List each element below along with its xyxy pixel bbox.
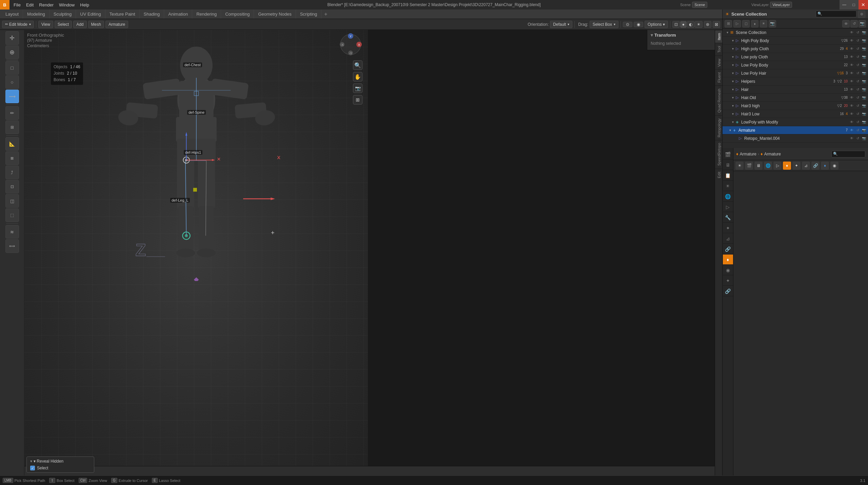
drag-selector[interactable]: Select Box	[590, 21, 618, 28]
menu-mesh[interactable]: Mesh	[88, 21, 104, 28]
item-hair[interactable]: ▾ ▷ Hair 13 👁 ↺ 📷	[723, 86, 868, 94]
prop-icon-physics[interactable]: ⊿	[802, 162, 810, 170]
close-button[interactable]: ✕	[859, 0, 868, 10]
tab-geometry-nodes[interactable]: Geometry Nodes	[254, 10, 296, 19]
properties-search-btn[interactable]: 🔍	[831, 151, 865, 157]
tab-modeling[interactable]: Modeling	[23, 10, 50, 19]
tab-sculpting[interactable]: Sculpting	[50, 10, 76, 19]
prop-icon-output[interactable]: 🖥	[754, 162, 763, 170]
snap-button[interactable]: ⊙	[623, 22, 632, 27]
shading-material[interactable]: ◐	[687, 21, 694, 28]
loop-cut-tool[interactable]: ⬚	[5, 208, 19, 222]
prop-icon-world[interactable]: 🌐	[764, 162, 772, 170]
prop-icon-constraint[interactable]: 🔗	[811, 162, 820, 170]
menu-add[interactable]: Add	[73, 21, 86, 28]
vtab-view[interactable]: View	[715, 56, 722, 70]
operator-title[interactable]: ▾ ▾ Reveal Hidden	[30, 459, 91, 464]
breadcrumb-armature2[interactable]: Armature	[764, 152, 781, 156]
vtab-edit[interactable]: Edit	[715, 169, 722, 181]
menu-edit[interactable]: Edit	[23, 1, 36, 8]
measure-tool[interactable]: 📐	[5, 137, 19, 151]
item-lowpoly-modify[interactable]: ▾ ◈ LowPoly with Modify 👁 ↺ 📷	[723, 118, 868, 126]
prop-tab-scene[interactable]: ☀	[723, 181, 733, 191]
tab-compositing[interactable]: Compositing	[221, 10, 254, 19]
tab-shading[interactable]: Shading	[140, 10, 164, 19]
add-workspace-button[interactable]: +	[321, 10, 330, 19]
transform-tool[interactable]: ⟿	[5, 90, 19, 103]
filter-light[interactable]: ☀	[760, 20, 767, 27]
filter-camera[interactable]: 📷	[769, 20, 776, 27]
item-low-poly-body[interactable]: ▾ ▷ Low Poly Body 22 👁 ↺ 📷	[723, 61, 868, 69]
shading-wireframe[interactable]: ⊡	[672, 21, 680, 28]
tab-texture-paint[interactable]: Texture Paint	[105, 10, 140, 19]
separate-tool[interactable]: ⊞	[5, 120, 19, 134]
menu-select[interactable]: Select	[55, 21, 72, 28]
slide-tool[interactable]: ⟺	[5, 239, 19, 253]
prop-tab-view-layer[interactable]: 📋	[723, 170, 733, 181]
shading-solid[interactable]: ●	[680, 21, 687, 28]
select-box-tool[interactable]: □	[5, 61, 19, 75]
prop-icon-particles[interactable]: ✦	[792, 162, 801, 170]
prop-tab-object-data[interactable]: ♦	[723, 255, 733, 265]
vtab-quad-remesh[interactable]: Quad Remesh	[715, 86, 722, 115]
breadcrumb-armature1[interactable]: Armature	[740, 152, 756, 156]
vtab-speed-retopo[interactable]: SpeedRetopo	[715, 140, 722, 168]
shading-rendered[interactable]: ☀	[695, 21, 703, 28]
menu-help[interactable]: Help	[77, 1, 92, 8]
prop-tab-physics[interactable]: ⊿	[723, 234, 733, 244]
prop-tab-bone-constraints[interactable]: 🔗	[723, 286, 733, 296]
prop-icon-mat[interactable]: ◉	[830, 162, 839, 170]
overlays-button[interactable]: ⊛	[704, 21, 711, 28]
nav-grid[interactable]: ⊞	[353, 95, 362, 105]
maximize-button[interactable]: □	[849, 0, 859, 10]
tab-scripting[interactable]: Scripting	[296, 10, 322, 19]
move-tool[interactable]: ⊕	[5, 45, 19, 59]
prop-tab-object[interactable]: ▷	[723, 202, 733, 212]
extrude-tool[interactable]: ⤴	[5, 166, 19, 179]
item-low-poly-hair[interactable]: ▾ ▷ Low Poly Hair ▽16 3 👁 ↺ 📷	[723, 69, 868, 77]
prop-tab-modifier[interactable]: 🔧	[723, 212, 733, 223]
vis-eye-scoll[interactable]: 👁	[849, 30, 854, 35]
filter-sel-toggle[interactable]: ↺	[850, 20, 858, 27]
viewport-gizmo[interactable]: Y X -Y -X	[339, 33, 362, 56]
prop-tab-material[interactable]: ◉	[723, 265, 733, 275]
filter-vis-toggle[interactable]: 👁	[842, 20, 850, 27]
operator-collapse[interactable]: ▾	[30, 459, 32, 464]
outliner-scene-collection[interactable]: ▾ ⊞ Scene Collection 👁 ↺ 📷	[723, 29, 868, 37]
sel-scoll[interactable]: ↺	[855, 30, 861, 35]
prop-icon-obj[interactable]: ▷	[773, 162, 782, 170]
nav-hand[interactable]: ✋	[353, 72, 362, 81]
cursor-tool[interactable]: ✛	[5, 31, 19, 45]
prop-icon-data[interactable]: ♦	[821, 162, 829, 170]
item-high-poly-body[interactable]: ▾ ▷ High Poly Body ▽26 👁 ↺ 📷	[723, 37, 868, 45]
prop-tab-world[interactable]: 🌐	[723, 191, 733, 202]
item-hair3-high[interactable]: ▾ ▷ Hair3 high ▽2 20 👁 ↺ 📷	[723, 102, 868, 110]
mode-selector[interactable]: ✏ Edit Mode	[2, 21, 34, 28]
menu-view[interactable]: View	[38, 21, 53, 28]
item-helpers[interactable]: ▾ ▷ Helpers 3 ▽2 10 👁 ↺ 📷	[723, 77, 868, 86]
menu-file[interactable]: File	[11, 1, 23, 8]
inset-tool[interactable]: ⊡	[5, 180, 19, 193]
operator-checkbox-select[interactable]: ✓	[30, 466, 35, 470]
outliner-filter[interactable]: ⊛	[858, 11, 865, 18]
scene-selector[interactable]: Scene	[692, 2, 707, 8]
filter-all[interactable]: ⊞	[725, 20, 732, 27]
orientation-selector[interactable]: Default	[550, 21, 572, 28]
item-armature[interactable]: ▾ ♦ Armature 7 👁 ↺ 📷	[723, 126, 868, 134]
menu-render[interactable]: Render	[36, 1, 56, 8]
prop-tab-particles[interactable]: ✦	[723, 223, 733, 233]
outliner-search[interactable]: 🔍	[816, 11, 856, 17]
filter-render-toggle[interactable]: 📷	[859, 20, 866, 27]
prop-tab-output[interactable]: 🖥	[723, 160, 733, 170]
prop-tab-render[interactable]: 🎬	[723, 149, 733, 160]
menu-window[interactable]: Window	[56, 1, 77, 8]
tab-layout[interactable]: Layout	[1, 10, 23, 19]
bevel-tool[interactable]: ◫	[5, 194, 19, 208]
filter-mesh[interactable]: ◻	[742, 20, 750, 27]
prop-icon-render[interactable]: 🎬	[745, 162, 753, 170]
nav-magnify[interactable]: 🔍	[353, 60, 362, 70]
select-circle-tool[interactable]: ○	[5, 75, 19, 89]
vtab-retopology[interactable]: Retopology	[715, 115, 722, 140]
vtab-tool[interactable]: Tool	[715, 43, 722, 55]
vtab-item[interactable]: Item	[715, 30, 722, 43]
